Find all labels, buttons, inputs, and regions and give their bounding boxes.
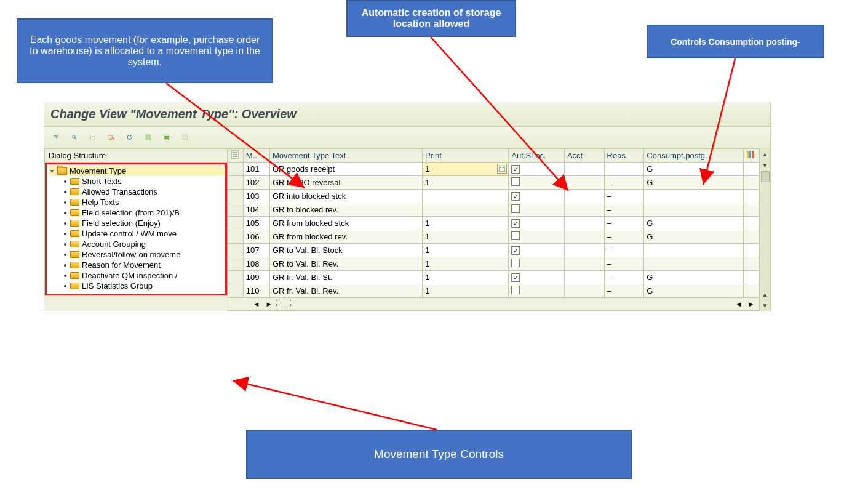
cell-movement-text[interactable]: GR from blocked rev.	[269, 230, 422, 244]
cell-aut-sloc[interactable]	[509, 176, 565, 190]
row-selector[interactable]	[228, 163, 244, 176]
cell-movement-type[interactable]: 104	[243, 203, 269, 217]
scroll-up-button[interactable]: ▲	[760, 148, 770, 159]
cell-print[interactable]: 1	[423, 176, 509, 190]
cell-aut-sloc[interactable]	[509, 257, 565, 271]
cell-aut-sloc[interactable]	[509, 163, 565, 176]
checkbox-aut-sloc[interactable]	[511, 231, 520, 240]
cell-consumption[interactable]: G	[644, 163, 744, 176]
cell-movement-type[interactable]: 103	[243, 190, 269, 203]
cell-movement-text[interactable]: GR fr. Val. Bl. Rev.	[269, 284, 422, 298]
tree-item-reason-for-movement[interactable]: Reason for Movement	[49, 260, 225, 270]
cell-movement-text[interactable]: GR for PO reversal	[269, 176, 422, 190]
cell-acct[interactable]	[564, 244, 604, 257]
row-selector[interactable]	[228, 176, 244, 190]
cell-acct[interactable]	[564, 257, 604, 271]
cell-consumption[interactable]: G	[644, 271, 744, 284]
checkbox-aut-sloc[interactable]	[511, 204, 520, 213]
cell-consumption[interactable]	[644, 190, 744, 203]
cell-consumption[interactable]: G	[644, 284, 744, 298]
cell-movement-type[interactable]: 106	[243, 230, 269, 244]
col-print[interactable]: Print	[423, 149, 509, 163]
cell-movement-text[interactable]: GR to blocked rev.	[269, 203, 422, 217]
cell-print[interactable]: 1	[423, 244, 509, 257]
cell-consumption[interactable]	[644, 257, 744, 271]
cell-acct[interactable]	[564, 271, 604, 284]
cell-movement-text[interactable]: GR fr. Val. Bl. St.	[269, 271, 422, 284]
cell-aut-sloc[interactable]	[509, 284, 565, 298]
col-reas[interactable]: Reas.	[604, 149, 644, 163]
cell-acct[interactable]	[564, 163, 604, 176]
scroll-right-end-button[interactable]: ►	[746, 299, 756, 309]
copy-button[interactable]	[86, 131, 100, 144]
cell-consumption[interactable]: G	[644, 230, 744, 244]
cell-print[interactable]	[423, 203, 509, 217]
undo-button[interactable]	[123, 131, 137, 144]
tree-item-short-texts[interactable]: Short Texts	[49, 176, 225, 187]
col-consumption[interactable]: Consumpt.postg.	[644, 149, 744, 163]
select-all-rows[interactable]	[228, 149, 244, 163]
select-block-button[interactable]	[160, 131, 173, 144]
cell-reas[interactable]: –	[604, 190, 644, 203]
checkbox-aut-sloc[interactable]	[511, 286, 520, 294]
row-selector[interactable]	[228, 271, 244, 284]
cell-print[interactable]: 1	[423, 284, 509, 298]
cell-reas[interactable]: –	[604, 244, 644, 257]
cell-movement-type[interactable]: 108	[243, 257, 269, 271]
col-movement-text[interactable]: Movement Type Text	[269, 149, 422, 163]
cell-print[interactable]: 1	[423, 271, 509, 284]
cell-acct[interactable]	[564, 284, 604, 298]
cell-movement-type[interactable]: 101	[243, 163, 269, 176]
tree-item-lis-statistics-group[interactable]: LIS Statistics Group	[49, 281, 225, 291]
position-indicator[interactable]	[276, 300, 291, 308]
cell-acct[interactable]	[564, 217, 604, 230]
cell-reas[interactable]: –	[604, 176, 644, 190]
cell-consumption[interactable]: G	[644, 176, 744, 190]
cell-reas[interactable]: –	[604, 257, 644, 271]
cell-movement-type[interactable]: 109	[243, 271, 269, 284]
find-button[interactable]	[68, 131, 81, 144]
cell-acct[interactable]	[564, 203, 604, 217]
row-selector[interactable]	[228, 257, 244, 271]
tree-item-account-grouping[interactable]: Account Grouping	[49, 239, 225, 249]
cell-print[interactable]	[423, 190, 509, 203]
cell-aut-sloc[interactable]	[509, 230, 565, 244]
cell-aut-sloc[interactable]	[509, 203, 565, 217]
tree-item-help-texts[interactable]: Help Texts	[49, 197, 225, 207]
display-change-button[interactable]	[49, 131, 63, 144]
tree-item-allowed-transactions[interactable]: Allowed Transactions	[49, 187, 225, 197]
cell-movement-text[interactable]: GR into blocked stck	[269, 190, 422, 203]
col-aut-sloc[interactable]: Aut.SLoc.	[509, 149, 565, 163]
row-selector[interactable]	[228, 230, 244, 244]
cell-aut-sloc[interactable]	[509, 190, 565, 203]
cell-print[interactable]: 1	[423, 163, 509, 176]
cell-movement-text[interactable]: GR to Val. Bl. Stock	[269, 244, 422, 257]
col-acct[interactable]: Acct	[564, 149, 604, 163]
cell-acct[interactable]	[564, 176, 604, 190]
cell-reas[interactable]: –	[604, 230, 644, 244]
cell-reas[interactable]: –	[604, 284, 644, 298]
scroll-left-end-button[interactable]: ◄	[734, 299, 744, 309]
scroll-right-button[interactable]: ►	[264, 299, 274, 309]
row-selector[interactable]	[228, 190, 244, 203]
cell-reas[interactable]: –	[604, 271, 644, 284]
cell-aut-sloc[interactable]	[509, 271, 565, 284]
cell-print[interactable]: 1	[423, 257, 509, 271]
cell-acct[interactable]	[564, 230, 604, 244]
tree-item-field-selection-from-201-b[interactable]: Field selection (from 201)/B	[49, 207, 225, 218]
scroll-down-step-button[interactable]: ▼	[760, 159, 770, 171]
tree-item-update-control-wm-move[interactable]: Update control / WM move	[49, 228, 225, 239]
cell-movement-text[interactable]: GR from blocked stck	[269, 217, 422, 230]
cell-movement-type[interactable]: 110	[243, 284, 269, 298]
cell-reas[interactable]	[604, 163, 644, 176]
cell-consumption[interactable]	[644, 203, 744, 217]
cell-movement-type[interactable]: 102	[243, 176, 269, 190]
cell-print[interactable]: 1	[423, 217, 509, 230]
search-help-icon[interactable]	[497, 164, 507, 174]
row-selector[interactable]	[228, 244, 244, 257]
delete-button[interactable]	[105, 131, 118, 144]
configure-columns-button[interactable]	[744, 149, 759, 163]
checkbox-aut-sloc[interactable]	[511, 177, 520, 186]
cell-movement-text[interactable]: GR to Val. Bl. Rev.	[269, 257, 422, 271]
cell-reas[interactable]: –	[604, 203, 644, 217]
